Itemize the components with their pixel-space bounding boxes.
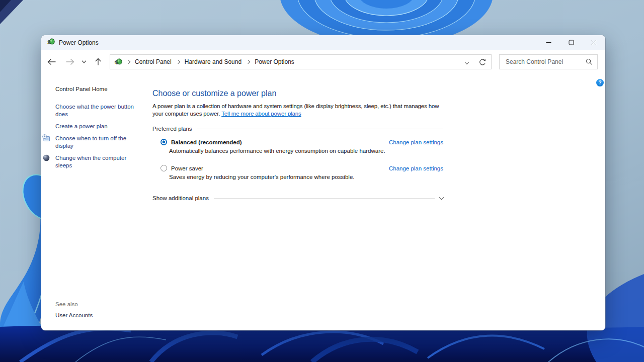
- desktop: Power Options: [0, 0, 644, 362]
- chevron-right-icon: [176, 60, 180, 64]
- show-additional-plans-row: Show additional plans: [152, 195, 443, 201]
- window-title: Power Options: [59, 39, 99, 46]
- group-divider: [214, 198, 435, 199]
- search-icon[interactable]: [586, 58, 593, 65]
- back-icon[interactable]: [46, 57, 57, 66]
- sidebar-item-label[interactable]: Create a power plan: [55, 123, 108, 129]
- page-title: Choose or customize a power plan: [152, 88, 443, 99]
- main-pane: Choose or customize a power plan A power…: [152, 74, 443, 201]
- sidebar-item-control-panel-home[interactable]: Control Panel Home: [55, 86, 147, 92]
- address-dropdown-chevron-icon[interactable]: [465, 57, 468, 66]
- forward-icon[interactable]: [64, 57, 75, 66]
- power-saver-plan-label[interactable]: Power saver: [171, 165, 203, 171]
- refresh-icon[interactable]: [478, 58, 486, 66]
- power-plug-app-icon: [47, 38, 55, 48]
- sidebar-item-power-button[interactable]: Choose what the power button does: [55, 103, 139, 118]
- balanced-plan-label[interactable]: Balanced (recommended): [171, 139, 242, 145]
- preferred-plans-group: Preferred plans: [152, 126, 443, 132]
- display-clock-icon: [42, 134, 51, 142]
- sidebar-item-computer-sleeps[interactable]: Change when the computer sleeps: [55, 154, 139, 169]
- recent-pages-chevron-icon[interactable]: [80, 59, 88, 65]
- minimize-button[interactable]: [537, 35, 560, 50]
- up-icon[interactable]: [94, 57, 103, 67]
- breadcrumb-item-power-options[interactable]: Power Options: [253, 58, 296, 65]
- breadcrumb-item-control-panel[interactable]: Control Panel: [133, 58, 173, 65]
- balanced-change-plan-settings-link[interactable]: Change plan settings: [389, 139, 443, 145]
- breadcrumb-power-icon[interactable]: [114, 58, 122, 66]
- sidebar-item-turn-off-display[interactable]: Choose when to turn off the display: [55, 135, 139, 150]
- search-input[interactable]: [505, 58, 586, 66]
- intro-paragraph: A power plan is a collection of hardware…: [152, 103, 443, 118]
- chevron-right-icon: [246, 60, 250, 64]
- search-box: [499, 54, 598, 69]
- plan-row-balanced: Balanced (recommended) Change plan setti…: [152, 139, 443, 145]
- sidebar-item-label[interactable]: Choose what the power button does: [55, 104, 134, 117]
- sidebar-item-label[interactable]: Change when the computer sleeps: [55, 155, 126, 168]
- sleep-moon-icon: [42, 154, 50, 162]
- chevron-right-icon: [126, 60, 130, 64]
- group-divider: [197, 129, 443, 129]
- balanced-plan-description: Automatically balances performance with …: [169, 148, 443, 154]
- tell-me-more-link[interactable]: Tell me more about power plans: [221, 111, 301, 117]
- sidebar: Control Panel Home Choose what the power…: [41, 74, 147, 330]
- title-bar[interactable]: Power Options: [41, 35, 605, 50]
- breadcrumb: Control Panel Hardware and Sound Power O…: [110, 54, 492, 69]
- power-saver-plan-description: Saves energy by reducing your computer's…: [169, 174, 443, 180]
- close-button[interactable]: [583, 35, 605, 50]
- content-area: Control Panel Home Choose what the power…: [41, 74, 605, 330]
- power-saver-radio[interactable]: [160, 165, 167, 171]
- preferred-plans-label: Preferred plans: [152, 126, 192, 132]
- maximize-button[interactable]: [560, 35, 583, 50]
- sidebar-item-create-power-plan[interactable]: Create a power plan: [55, 123, 139, 130]
- plan-row-power-saver: Power saver Change plan settings: [152, 165, 443, 171]
- sidebar-item-label[interactable]: Choose when to turn off the display: [55, 135, 126, 149]
- help-button[interactable]: ?: [596, 79, 604, 86]
- power-saver-change-plan-settings-link[interactable]: Change plan settings: [389, 165, 443, 171]
- balanced-radio[interactable]: [160, 139, 167, 145]
- sidebar-item-user-accounts[interactable]: User Accounts: [55, 312, 93, 318]
- breadcrumb-item-hardware-and-sound[interactable]: Hardware and Sound: [183, 58, 243, 65]
- see-also-heading: See also: [55, 301, 93, 307]
- show-additional-plans-chevron-icon[interactable]: [439, 195, 444, 200]
- show-additional-plans-label[interactable]: Show additional plans: [152, 195, 209, 201]
- power-options-window: Power Options: [41, 35, 605, 330]
- navigation-bar: Control Panel Hardware and Sound Power O…: [41, 50, 605, 74]
